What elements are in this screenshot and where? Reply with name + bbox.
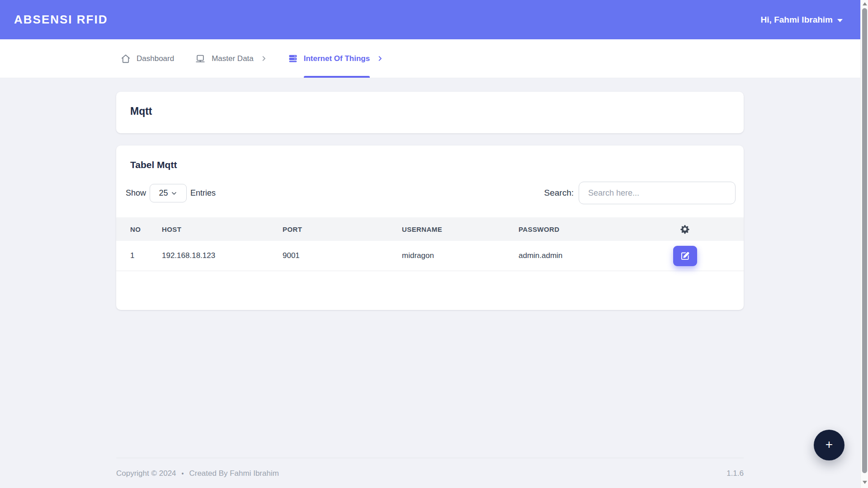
nav-label: Dashboard: [137, 54, 174, 63]
footer-separator: •: [182, 470, 184, 477]
edit-button[interactable]: [673, 246, 697, 266]
user-menu[interactable]: Hi, Fahmi Ibrahim: [761, 15, 843, 25]
column-header-password: PASSWORD: [519, 225, 640, 233]
home-icon: [121, 54, 131, 64]
cell-password: admin.admin: [519, 251, 640, 260]
page-size-value: 25: [159, 188, 168, 198]
cell-username: midragon: [402, 251, 519, 260]
footer: Copyright © 2024 • Created By Fahmi Ibra…: [116, 458, 744, 478]
table-row: 1 192.168.18.123 9001 midragon admin.adm…: [116, 241, 744, 271]
nav-item-master-data[interactable]: Master Data: [195, 39, 267, 78]
user-greeting: Hi, Fahmi Ibrahim: [761, 15, 833, 25]
page-size-group: Show 25 Entries: [126, 184, 216, 202]
nav-label: Master Data: [212, 54, 254, 63]
server-icon: [288, 54, 298, 63]
add-button[interactable]: +: [814, 430, 844, 460]
cell-no: 1: [116, 251, 162, 260]
app-header: ABSENSI RFID Hi, Fahmi Ibrahim: [0, 0, 868, 39]
copyright-year: Copyright © 2024: [116, 469, 176, 478]
cell-host: 192.168.18.123: [162, 251, 283, 260]
column-header-no: NO: [116, 225, 162, 233]
table-controls: Show 25 Entries Search:: [126, 181, 736, 205]
column-header-port: PORT: [283, 225, 402, 233]
main-nav: Dashboard Master Data Internet Of Things: [0, 39, 868, 78]
column-header-actions: [640, 224, 744, 234]
page-size-select[interactable]: 25: [150, 184, 187, 202]
table-card: Tabel Mqtt Show 25 Entries Search: NO HO…: [116, 145, 744, 310]
plus-icon: +: [826, 437, 833, 452]
search-label: Search:: [544, 188, 574, 198]
table-card-title: Tabel Mqtt: [130, 160, 730, 170]
show-label: Show: [126, 188, 146, 198]
footer-credit: Created By Fahmi Ibrahim: [189, 469, 278, 478]
chevron-down-icon: [170, 190, 178, 197]
page-title-card: Mqtt: [116, 92, 744, 133]
caret-down-icon: [837, 19, 843, 22]
scroll-up-arrow-icon[interactable]: [863, 2, 867, 5]
entries-label: Entries: [190, 188, 216, 198]
mqtt-table: NO HOST PORT USERNAME PASSWORD 1 192.168…: [116, 217, 744, 271]
pen-square-icon: [680, 251, 690, 261]
chevron-right-icon: [377, 55, 383, 62]
nav-item-dashboard[interactable]: Dashboard: [121, 39, 174, 78]
cell-port: 9001: [283, 251, 402, 260]
search-input[interactable]: [579, 182, 736, 204]
version-label: 1.1.6: [726, 469, 744, 478]
scrollbar-thumb[interactable]: [862, 8, 867, 473]
scroll-down-arrow-icon[interactable]: [863, 481, 867, 484]
laptop-icon: [195, 54, 206, 64]
column-header-username: USERNAME: [402, 225, 519, 233]
column-header-host: HOST: [162, 225, 283, 233]
gear-icon: [680, 224, 690, 234]
brand-logo[interactable]: ABSENSI RFID: [14, 13, 108, 27]
nav-item-internet-of-things[interactable]: Internet Of Things: [288, 39, 383, 78]
nav-label: Internet Of Things: [304, 54, 370, 63]
scrollbar[interactable]: [860, 0, 868, 488]
copyright-text: Copyright © 2024 • Created By Fahmi Ibra…: [116, 469, 279, 478]
cell-actions: [640, 246, 744, 266]
table-header-row: NO HOST PORT USERNAME PASSWORD: [116, 217, 744, 241]
search-group: Search:: [544, 182, 736, 204]
page-title: Mqtt: [116, 92, 744, 131]
chevron-right-icon: [260, 55, 267, 62]
